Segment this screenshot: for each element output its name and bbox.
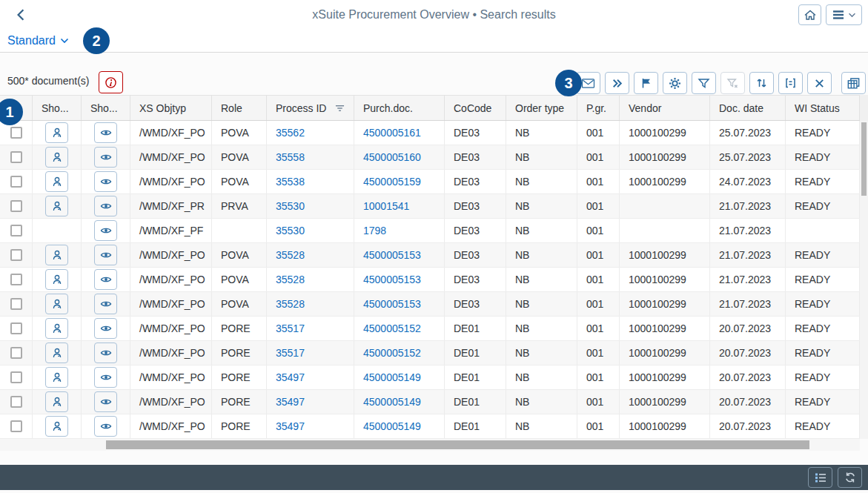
- header-vendor[interactable]: Vendor: [620, 96, 710, 120]
- show-document-button[interactable]: [94, 171, 117, 192]
- show-user-cell: [33, 365, 82, 389]
- process-id-link[interactable]: 35517: [276, 347, 305, 359]
- show-user-button[interactable]: [45, 416, 68, 437]
- row-checkbox[interactable]: [10, 347, 22, 359]
- show-document-button[interactable]: [94, 343, 117, 363]
- row-checkbox[interactable]: [10, 371, 22, 383]
- header-cocode[interactable]: CoCode: [445, 96, 506, 120]
- row-checkbox[interactable]: [10, 127, 22, 139]
- process-id-link[interactable]: 35530: [276, 200, 305, 212]
- header-order-type[interactable]: Order type: [506, 96, 577, 120]
- purch-doc-link[interactable]: 4500005152: [363, 322, 421, 334]
- process-id-link[interactable]: 35562: [276, 127, 305, 139]
- show-user-button[interactable]: [45, 269, 68, 290]
- horizontal-scrollbar-thumb[interactable]: [106, 440, 809, 449]
- show-document-button[interactable]: [94, 245, 117, 265]
- refresh-button[interactable]: [838, 467, 862, 488]
- export-button[interactable]: [841, 72, 866, 94]
- show-user-button[interactable]: [45, 391, 68, 412]
- purch-doc-link[interactable]: 4500005152: [363, 347, 421, 359]
- process-id-link[interactable]: 35497: [276, 371, 305, 383]
- row-checkbox[interactable]: [10, 274, 22, 285]
- row-checkbox[interactable]: [10, 322, 22, 334]
- display-list-button[interactable]: [808, 467, 832, 488]
- show-user-button[interactable]: [45, 196, 68, 216]
- flag-button[interactable]: [634, 72, 658, 94]
- row-checkbox[interactable]: [10, 298, 22, 310]
- show-user-cell: [33, 268, 82, 291]
- process-id-link[interactable]: 35497: [276, 420, 305, 432]
- header-show-document[interactable]: Sho...: [82, 96, 130, 120]
- cell-role: POVA: [212, 170, 267, 193]
- row-checkbox[interactable]: [10, 225, 22, 236]
- process-id-link[interactable]: 35517: [276, 322, 305, 334]
- horizontal-scrollbar[interactable]: [0, 439, 860, 451]
- show-document-button[interactable]: [94, 294, 117, 314]
- show-document-button[interactable]: [94, 147, 117, 168]
- purch-doc-link[interactable]: 10001541: [363, 200, 409, 212]
- header-xs-objtyp[interactable]: XS Objtyp: [130, 96, 212, 120]
- header-doc-date[interactable]: Doc. date: [710, 96, 786, 120]
- show-document-button[interactable]: [94, 220, 117, 241]
- settings-button[interactable]: [663, 72, 687, 94]
- process-id-link[interactable]: 35538: [276, 176, 305, 188]
- show-user-button[interactable]: [45, 367, 68, 388]
- show-document-button[interactable]: [94, 367, 117, 388]
- close-button[interactable]: [807, 72, 832, 94]
- home-button[interactable]: [798, 4, 821, 25]
- show-document-button[interactable]: [94, 269, 117, 290]
- row-checkbox[interactable]: [10, 151, 22, 163]
- back-button[interactable]: [12, 6, 30, 24]
- show-document-button[interactable]: [94, 196, 117, 216]
- header-pgr[interactable]: P.gr.: [577, 96, 620, 120]
- flag-icon: [640, 77, 652, 89]
- show-user-button[interactable]: [45, 294, 68, 314]
- purch-doc-link[interactable]: 4500005161: [363, 127, 421, 139]
- purch-doc-link[interactable]: 4500005149: [363, 420, 421, 432]
- row-checkbox[interactable]: [10, 249, 22, 261]
- purch-doc-link[interactable]: 4500005153: [363, 298, 421, 310]
- show-user-button[interactable]: [45, 122, 68, 143]
- purch-doc-link[interactable]: 4500005153: [363, 274, 421, 285]
- display-settings-button[interactable]: [778, 72, 803, 94]
- variant-selector[interactable]: Standard: [7, 34, 69, 47]
- process-id-link[interactable]: 35530: [276, 225, 305, 236]
- purch-doc-link[interactable]: 4500005160: [363, 151, 421, 163]
- row-checkbox[interactable]: [10, 396, 22, 408]
- vertical-scrollbar-thumb[interactable]: [861, 122, 867, 196]
- info-button[interactable]: [99, 71, 123, 93]
- show-document-button[interactable]: [94, 391, 117, 412]
- process-id-link[interactable]: 35528: [276, 249, 305, 261]
- header-role[interactable]: Role: [212, 96, 267, 120]
- forward-button[interactable]: [605, 72, 629, 94]
- process-id-link[interactable]: 35558: [276, 151, 305, 163]
- show-user-button[interactable]: [45, 245, 68, 265]
- process-id-link[interactable]: 35528: [276, 274, 305, 285]
- purch-doc-link[interactable]: 4500005153: [363, 249, 421, 261]
- show-document-button[interactable]: [94, 416, 117, 437]
- show-user-button[interactable]: [45, 318, 68, 339]
- purch-doc-link[interactable]: 4500005149: [363, 371, 421, 383]
- vertical-scrollbar[interactable]: [860, 121, 868, 439]
- header-wi-status[interactable]: WI Status: [786, 96, 860, 120]
- show-user-button[interactable]: [45, 343, 68, 363]
- row-checkbox[interactable]: [10, 200, 22, 212]
- show-user-button[interactable]: [45, 171, 68, 192]
- show-document-button[interactable]: [94, 122, 117, 143]
- menu-button[interactable]: [826, 4, 862, 25]
- process-id-link[interactable]: 35497: [276, 396, 305, 408]
- header-process-id[interactable]: Process ID: [267, 96, 354, 120]
- filter-button[interactable]: [692, 72, 716, 94]
- show-document-button[interactable]: [94, 318, 117, 339]
- header-show-user[interactable]: Sho...: [33, 96, 82, 120]
- row-checkbox[interactable]: [10, 420, 22, 432]
- row-checkbox[interactable]: [10, 176, 22, 188]
- clear-filter-button[interactable]: [720, 72, 745, 94]
- sort-button[interactable]: [749, 72, 774, 94]
- process-id-link[interactable]: 35528: [276, 298, 305, 310]
- show-user-button[interactable]: [45, 147, 68, 168]
- header-purch-doc[interactable]: Purch.doc.: [354, 96, 445, 120]
- purch-doc-link[interactable]: 4500005159: [363, 176, 421, 188]
- purch-doc-link[interactable]: 4500005149: [363, 396, 421, 408]
- purch-doc-link[interactable]: 1798: [363, 225, 386, 236]
